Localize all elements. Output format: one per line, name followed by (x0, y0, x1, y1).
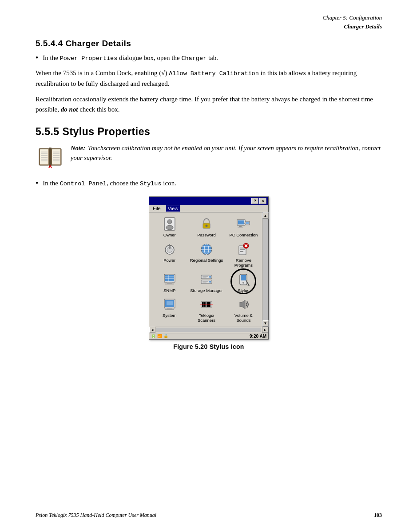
cp-scroll-track (263, 219, 268, 320)
regional-settings-label: Regional Settings (190, 258, 223, 263)
section-555-bullet1: • In the Control Panel, choose the Stylu… (36, 178, 382, 190)
note-body: Touchscreen calibration may not be enabl… (71, 144, 381, 161)
teklogix-scanners-icon (199, 297, 214, 312)
svg-rect-25 (238, 220, 244, 224)
svg-rect-43 (240, 251, 243, 252)
page-container: Chapter 5: Configuration Charger Details… (0, 0, 413, 532)
remove-programs-label: Remove Programs (227, 258, 260, 268)
teklogix-scanners-label: Teklogix Scanners (190, 313, 223, 323)
cp-help-btn[interactable]: ? (251, 198, 258, 204)
cp-hscroll-left-btn[interactable]: ◄ (149, 327, 155, 333)
cp-item-power[interactable]: Power (151, 240, 188, 270)
svg-rect-27 (238, 227, 243, 228)
note-book-icon (36, 143, 64, 172)
control-panel-window[interactable]: ? × File View (149, 196, 269, 339)
cp-status-icon2: 📶 (157, 334, 162, 338)
password-label: Password (197, 232, 216, 237)
cp-close-btn[interactable]: × (259, 198, 266, 204)
svg-rect-26 (239, 226, 242, 227)
note-label: Note: (71, 144, 85, 152)
control-panel-mono: Control Panel (60, 180, 107, 187)
regional-settings-icon (199, 242, 214, 256)
cp-item-password[interactable]: Password (188, 214, 225, 239)
cp-item-volume-sounds[interactable]: Volume & Sounds (225, 295, 262, 325)
figure-container: ? × File View (36, 196, 382, 350)
svg-rect-42 (240, 249, 245, 250)
svg-rect-52 (167, 282, 172, 284)
section-555-bullet1-text: In the Control Panel, choose the Stylus … (43, 178, 176, 189)
svg-rect-33 (169, 246, 171, 249)
cp-item-teklogix-scanners[interactable]: Teklogix Scanners (188, 295, 225, 325)
bullet-dot-2: • (36, 177, 38, 190)
svg-rect-69 (167, 308, 172, 309)
cp-item-pc-connection[interactable]: PC Connection (225, 214, 262, 239)
cp-body: Owner Password (149, 212, 268, 326)
cp-titlebar: ? × (149, 197, 268, 205)
password-icon (199, 217, 214, 231)
cp-status-icon1: 🔋 (151, 334, 156, 338)
system-label: System (163, 313, 177, 318)
svg-rect-3 (52, 149, 60, 164)
cp-scroll-up-btn[interactable]: ▲ (262, 212, 269, 219)
note-container: Note:Touchscreen calibration may not be … (36, 143, 382, 172)
power-icon (163, 242, 177, 256)
footer-brand: Psion Teklogix 7535 Hand-Held Computer U… (36, 512, 156, 519)
svg-rect-71 (167, 301, 173, 305)
cp-item-storage-manager[interactable]: Storage Manager (188, 270, 225, 295)
cp-hscrollbar: ◄ ► (149, 327, 268, 333)
svg-point-64 (242, 282, 244, 284)
cp-item-regional[interactable]: Regional Settings (188, 240, 225, 270)
cp-item-stylus[interactable]: Stylus (225, 270, 262, 295)
svg-point-56 (209, 276, 211, 278)
page-header: Chapter 5: Configuration Charger Details (36, 13, 382, 31)
cp-statusbar: 🔋 📶 🔒 9:20 AM (149, 333, 268, 339)
cp-item-system[interactable]: System (151, 295, 188, 325)
svg-rect-70 (165, 309, 174, 310)
section-555-heading: 5.5.5 Stylus Properties (36, 126, 382, 138)
snmp-label: SNMP (163, 288, 175, 293)
section-544-para1: When the 7535 is in a Combo Dock, enabli… (36, 68, 382, 89)
figure-caption: Figure 5.20 Stylus Icon (173, 343, 244, 350)
svg-rect-29 (246, 222, 249, 224)
section-544-para2: Recalibration occasionally extends the b… (36, 94, 382, 115)
cp-menubar: File View (149, 205, 268, 212)
note-text: Note:Touchscreen calibration may not be … (71, 143, 382, 163)
stylus-label: Stylus (238, 288, 249, 293)
system-icon (163, 297, 177, 312)
cp-menu-view[interactable]: View (166, 205, 180, 212)
svg-rect-63 (241, 275, 246, 280)
cp-menu-file[interactable]: File (151, 205, 163, 212)
cp-item-snmp[interactable]: SNMP (151, 270, 188, 295)
cp-scroll-down-btn[interactable]: ▼ (262, 320, 269, 327)
book-svg (37, 144, 64, 171)
stylus-icon (236, 272, 250, 287)
cp-scrollbar[interactable]: ▲ ▼ (262, 212, 268, 326)
svg-point-21 (166, 225, 173, 230)
svg-rect-48 (165, 275, 174, 281)
cp-item-owner[interactable]: Owner (151, 214, 188, 239)
stylus-mono: Stylus (140, 180, 162, 187)
snmp-icon (163, 272, 177, 287)
power-properties-mono: Power Properties (60, 55, 118, 62)
header-section: Charger Details (36, 22, 382, 31)
svg-rect-16 (49, 148, 52, 166)
do-not-text: do not (61, 106, 78, 113)
cp-status-time: 9:20 AM (250, 334, 266, 339)
allow-battery-mono: Allow Battery Calibration (169, 70, 259, 77)
cp-status-icon3: 🔒 (163, 334, 168, 338)
svg-point-20 (167, 220, 172, 224)
pc-connection-label: PC Connection (229, 232, 258, 237)
owner-icon (163, 217, 177, 231)
cp-status-icons: 🔋 📶 🔒 (151, 334, 168, 338)
power-label: Power (163, 258, 175, 263)
footer-page: 103 (374, 512, 382, 519)
cp-item-remove-programs[interactable]: Remove Programs (225, 240, 262, 270)
bullet-dot: • (36, 52, 38, 64)
remove-programs-icon (236, 242, 250, 256)
pc-connection-icon (236, 217, 250, 231)
storage-manager-label: Storage Manager (190, 288, 222, 293)
owner-label: Owner (163, 232, 176, 237)
cp-hscroll-right-btn[interactable]: ► (262, 327, 268, 333)
section-544-bullet1: • In the Power Properties dialogue box, … (36, 53, 382, 64)
svg-point-23 (205, 225, 207, 227)
